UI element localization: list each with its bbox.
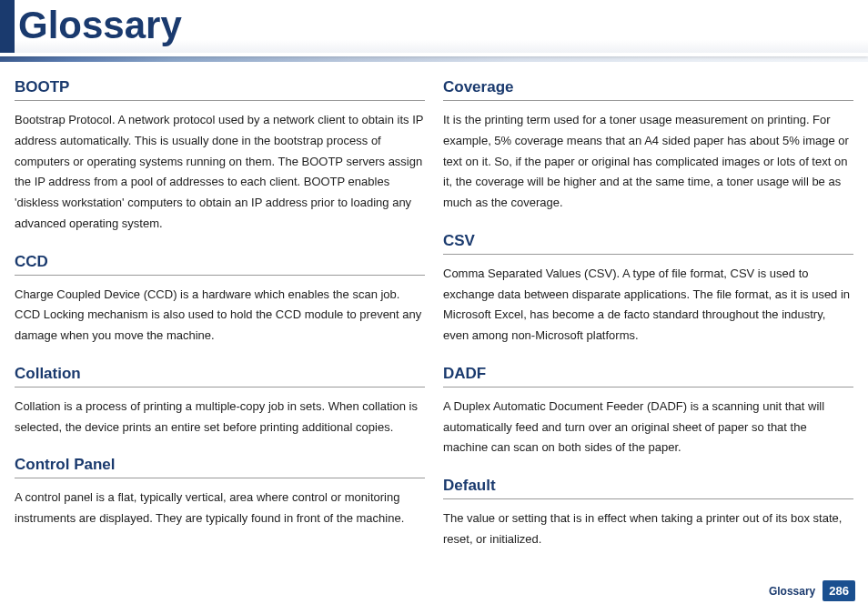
glossary-entry: CCD Charge Coupled Device (CCD) is a har…: [15, 253, 425, 347]
glossary-term: Collation: [15, 365, 425, 388]
glossary-term: DADF: [443, 365, 853, 388]
glossary-entry: Coverage It is the printing term used fo…: [443, 78, 853, 214]
glossary-definition: It is the printing term used for a toner…: [443, 110, 853, 214]
glossary-term: BOOTP: [15, 78, 425, 101]
glossary-entry: Collation Collation is a process of prin…: [15, 365, 425, 438]
footer: Glossary 286: [769, 580, 855, 601]
glossary-entry: DADF A Duplex Automatic Document Feeder …: [443, 365, 853, 458]
glossary-term: CSV: [443, 232, 853, 255]
glossary-term: CCD: [15, 253, 425, 276]
glossary-definition: Comma Separated Values (CSV). A type of …: [443, 264, 853, 347]
glossary-term: Control Panel: [15, 456, 425, 478]
glossary-entry: CSV Comma Separated Values (CSV). A type…: [443, 232, 853, 347]
glossary-definition: A control panel is a flat, typically ver…: [15, 488, 425, 529]
header: Glossary: [0, 0, 868, 56]
header-accent-bar: [0, 0, 15, 53]
left-column: BOOTP Bootstrap Protocol. A network prot…: [15, 78, 425, 569]
glossary-entry: Default The value or setting that is in …: [443, 477, 853, 550]
glossary-definition: A Duplex Automatic Document Feeder (DADF…: [443, 397, 853, 458]
glossary-definition: Charge Coupled Device (CCD) is a hardwar…: [15, 285, 425, 347]
glossary-definition: Bootstrap Protocol. A network protocol u…: [15, 110, 425, 235]
footer-section-label: Glossary: [769, 585, 815, 598]
content-area: BOOTP Bootstrap Protocol. A network prot…: [0, 62, 868, 569]
glossary-term: Default: [443, 477, 853, 499]
glossary-term: Coverage: [443, 78, 853, 101]
page-title: Glossary: [0, 0, 868, 50]
glossary-entry: BOOTP Bootstrap Protocol. A network prot…: [15, 78, 425, 235]
glossary-definition: Collation is a process of printing a mul…: [15, 397, 425, 438]
footer-page-number: 286: [823, 580, 855, 601]
right-column: Coverage It is the printing term used fo…: [443, 78, 853, 569]
glossary-entry: Control Panel A control panel is a flat,…: [15, 456, 425, 529]
glossary-definition: The value or setting that is in effect w…: [443, 508, 853, 550]
